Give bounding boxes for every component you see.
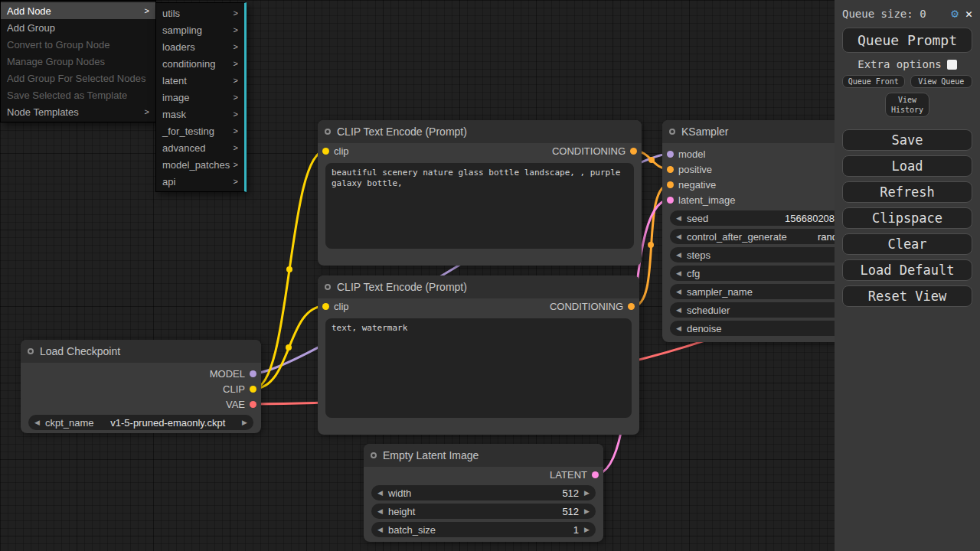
collapse-dot-icon[interactable] (325, 129, 331, 135)
load-button[interactable]: Load (842, 155, 972, 177)
prompt-textarea[interactable]: text, watermark (325, 318, 632, 418)
submenu-item-api[interactable]: api > (156, 173, 244, 190)
node-clip-text-encode-negative[interactable]: CLIP Text Encode (Prompt) clip CONDITION… (318, 276, 639, 435)
queue-front-button[interactable]: Queue Front (842, 75, 905, 88)
decrement-arrow-icon[interactable]: ◀ (676, 288, 681, 295)
clear-button[interactable]: Clear (842, 233, 972, 255)
save-button[interactable]: Save (842, 129, 972, 151)
slot-dot-latent-output[interactable] (592, 471, 599, 478)
refresh-button[interactable]: Refresh (842, 181, 972, 203)
decrement-arrow-icon[interactable]: ◀ (676, 233, 681, 240)
submenu-item-conditioning[interactable]: conditioning > (156, 55, 244, 72)
decrement-arrow-icon[interactable]: ◀ (676, 251, 681, 259)
slot-dot-positive-input[interactable] (667, 166, 674, 173)
submenu-item-utils[interactable]: utils > (156, 5, 244, 21)
reset-view-button[interactable]: Reset View (842, 285, 972, 307)
prompt-textarea[interactable]: beautiful scenery nature glass bottle la… (325, 163, 634, 249)
submenu-item-sampling[interactable]: sampling > (156, 21, 244, 38)
submenu-item-model-patches[interactable]: model_patches > (156, 156, 244, 173)
decrement-arrow-icon[interactable]: ◀ (377, 489, 383, 497)
widget-label: seed (687, 213, 708, 224)
submenu-arrow-icon: > (234, 160, 238, 169)
queue-prompt-button[interactable]: Queue Prompt (842, 28, 972, 53)
node-load-checkpoint[interactable]: Load Checkpoint MODEL CLIP VAE ◀ ckpt_na… (21, 340, 261, 433)
submenu-item-loaders[interactable]: loaders > (156, 38, 244, 55)
widget-width[interactable]: ◀ width 512 ▶ (371, 485, 596, 500)
slot-dot-model-output[interactable] (250, 370, 256, 377)
input-slot-model[interactable]: model (667, 148, 705, 160)
submenu-item-mask[interactable]: mask > (156, 106, 244, 122)
menu-item-convert-to-group-node[interactable]: Convert to Group Node (1, 36, 155, 53)
submenu-arrow-icon: > (234, 143, 238, 152)
submenu-item-for-testing[interactable]: _for_testing > (156, 122, 244, 139)
output-slot-model[interactable]: MODEL (210, 368, 256, 380)
slot-dot-latent-image-input[interactable] (667, 197, 674, 204)
prev-option-arrow-icon[interactable]: ◀ (34, 419, 40, 426)
increment-arrow-icon[interactable]: ▶ (584, 507, 590, 515)
increment-arrow-icon[interactable]: ▶ (584, 526, 590, 533)
slot-label: MODEL (210, 368, 245, 380)
output-slot-clip[interactable]: CLIP (223, 383, 256, 395)
node-header[interactable]: CLIP Text Encode (Prompt) (318, 120, 642, 143)
node-empty-latent-image[interactable]: Empty Latent Image LATENT ◀ width 512 ▶ … (364, 444, 603, 542)
input-slot-clip[interactable]: clip (322, 301, 349, 312)
submenu-item-image[interactable]: image > (156, 89, 244, 106)
decrement-arrow-icon[interactable]: ◀ (676, 269, 681, 277)
slot-dot-conditioning-output[interactable] (628, 303, 635, 310)
decrement-arrow-icon[interactable]: ◀ (377, 526, 383, 533)
decrement-arrow-icon[interactable]: ◀ (676, 324, 681, 332)
menu-item-label: _for_testing (162, 126, 214, 137)
menu-item-manage-group-nodes[interactable]: Manage Group Nodes (1, 53, 155, 70)
next-option-arrow-icon[interactable]: ▶ (242, 419, 247, 426)
decrement-arrow-icon[interactable]: ◀ (676, 306, 681, 314)
menu-item-label: Add Group (7, 22, 55, 34)
widget-batch-size[interactable]: ◀ batch_size 1 ▶ (371, 522, 596, 537)
slot-dot-vae-output[interactable] (250, 401, 256, 408)
node-header[interactable]: Empty Latent Image (364, 444, 603, 467)
clipspace-button[interactable]: Clipspace (842, 207, 972, 229)
collapse-dot-icon[interactable] (669, 129, 675, 135)
slot-label: CLIP (223, 383, 245, 395)
collapse-dot-icon[interactable] (371, 452, 377, 458)
input-slot-latent-image[interactable]: latent_image (667, 194, 735, 206)
input-slot-negative[interactable]: negative (667, 179, 716, 191)
close-icon[interactable]: ✕ (965, 8, 972, 20)
widget-ckpt-name[interactable]: ◀ ckpt_name v1-5-pruned-emaonly.ckpt ▶ (28, 415, 253, 430)
slot-dot-clip-output[interactable] (250, 386, 256, 393)
slot-dot-conditioning-output[interactable] (630, 148, 637, 155)
output-slot-latent[interactable]: LATENT (550, 469, 599, 481)
decrement-arrow-icon[interactable]: ◀ (676, 214, 681, 222)
node-clip-text-encode-positive[interactable]: CLIP Text Encode (Prompt) clip CONDITION… (318, 120, 642, 266)
node-header[interactable]: CLIP Text Encode (Prompt) (318, 276, 639, 298)
slot-dot-clip-input[interactable] (322, 303, 329, 310)
collapse-dot-icon[interactable] (325, 284, 331, 290)
input-slot-clip[interactable]: clip (322, 145, 349, 157)
view-queue-button[interactable]: View Queue (910, 75, 973, 88)
view-history-button[interactable]: View History (885, 93, 929, 117)
slot-dot-model-input[interactable] (667, 151, 674, 158)
load-default-button[interactable]: Load Default (842, 259, 972, 281)
decrement-arrow-icon[interactable]: ◀ (377, 507, 383, 515)
slot-dot-clip-input[interactable] (322, 148, 329, 155)
slot-dot-negative-input[interactable] (667, 181, 674, 188)
menu-item-save-selected-as-template[interactable]: Save Selected as Template (1, 86, 155, 103)
menu-item-label: Save Selected as Template (7, 90, 127, 101)
menu-item-add-group[interactable]: Add Group (1, 19, 155, 36)
submenu-item-latent[interactable]: latent > (156, 72, 244, 89)
collapse-dot-icon[interactable] (28, 348, 34, 354)
output-slot-conditioning[interactable]: CONDITIONING (552, 145, 637, 157)
menu-item-node-templates[interactable]: Node Templates > (1, 103, 155, 120)
submenu-item-advanced[interactable]: advanced > (156, 139, 244, 156)
extra-options-label: Extra options (858, 58, 942, 70)
settings-gear-icon[interactable]: ⚙ (951, 8, 959, 20)
output-slot-vae[interactable]: VAE (226, 399, 256, 410)
node-header[interactable]: Load Checkpoint (21, 340, 261, 363)
menu-item-add-group-for-selected-nodes[interactable]: Add Group For Selected Nodes (1, 70, 155, 86)
input-slot-positive[interactable]: positive (667, 164, 712, 175)
extra-options-checkbox[interactable] (947, 60, 957, 70)
widget-height[interactable]: ◀ height 512 ▶ (371, 504, 596, 519)
output-slot-conditioning[interactable]: CONDITIONING (550, 301, 635, 312)
increment-arrow-icon[interactable]: ▶ (584, 489, 590, 497)
menu-item-add-node[interactable]: Add Node > (1, 2, 155, 19)
menu-item-label: sampling (162, 24, 202, 36)
